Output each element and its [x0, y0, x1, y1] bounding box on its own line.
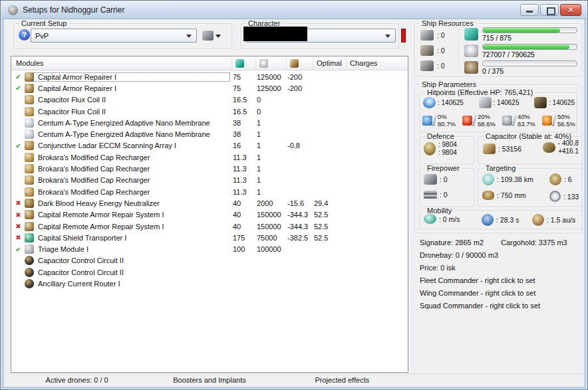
modules-column-header[interactable]: Modules [11, 56, 232, 70]
module-row[interactable]: Capital Remote Armor Repair System I 40 … [11, 209, 408, 221]
hitpoint-value: : 140625 [438, 99, 464, 106]
module-powergrid-value: 1 [253, 130, 284, 138]
minimize-button[interactable] [520, 4, 539, 16]
module-row[interactable]: Capital Shield Transporter I 175 75000 -… [11, 232, 408, 243]
module-powergrid-value: 150000 [253, 223, 284, 231]
module-powergrid-value: 125000 [253, 73, 284, 81]
module-row[interactable]: Capacitor Control Circuit II [11, 266, 408, 278]
current-setup-label: Current Setup [19, 19, 69, 27]
cargohold-info: Cargohold: 3375 m3 [501, 239, 567, 246]
modules-list[interactable]: Modules Optimal Charges Capital Armor Re… [11, 56, 408, 373]
hardpoint-counters: : 0 : 0 : 0 [420, 27, 445, 73]
capacitor-drain: - 400.8 [558, 140, 579, 147]
module-row[interactable]: Dark Blood Heavy Energy Neutralizer 40 2… [11, 197, 408, 209]
module-type-icon [25, 141, 34, 150]
module-row[interactable]: Conjunctive Ladar ECCM Scanning Array I … [11, 140, 408, 151]
hardpoint-row: : 0 [420, 58, 445, 73]
defence-icon [424, 142, 436, 155]
module-powergrid-value: 2000 [253, 199, 284, 207]
resist-icon [542, 116, 552, 126]
module-powergrid-value: 75000 [253, 234, 284, 242]
commander-slot[interactable]: Squad Commander - right click to set [420, 302, 540, 314]
hardpoint-count: : 0 [437, 62, 445, 70]
powergrid-column-header[interactable] [256, 56, 287, 70]
titlebar[interactable]: Setups for Nidhoggur Carrier [1, 1, 587, 19]
module-type-icon [25, 244, 34, 254]
module-row[interactable]: Capacitor Control Circuit II [11, 255, 408, 266]
resource-bar-track [482, 44, 577, 50]
module-cpu-value: 11.3 [229, 153, 253, 161]
ship-parameters-title: Ship Parameters [420, 80, 478, 88]
setup-tools-button[interactable] [202, 29, 227, 43]
price-info: Price: 0 isk [420, 264, 456, 272]
modules-list-header[interactable]: Modules Optimal Charges [11, 56, 408, 70]
max-targets-icon [549, 173, 561, 185]
hitpoint-item: : 140625 [479, 97, 519, 108]
signature-info: Signature: 2865 m2 [420, 239, 484, 246]
module-row[interactable]: Capital Armor Repairer I 75 125000 -200 [11, 71, 408, 82]
module-type-icon [25, 268, 34, 277]
module-type-icon [25, 153, 34, 162]
bottom-panel-tab[interactable]: Boosters and Implants [143, 374, 275, 387]
module-row[interactable]: Brokara's Modified Cap Recharger 11.3 1 [11, 163, 408, 174]
module-row[interactable]: Capital Armor Repairer I 75 125000 -200 [11, 82, 408, 94]
defence-value-1: : 9804 [438, 141, 457, 149]
bottom-panel-tab[interactable]: Projected effects [276, 374, 408, 387]
module-cpu-value: 16 [229, 142, 253, 149]
modules-column-label: Modules [16, 59, 44, 67]
module-name: Brokara's Modified Cap Recharger [34, 165, 229, 173]
module-name: Capital Armor Repairer I [34, 84, 229, 92]
capacitor-group: Capacitor (Stable at: 40%) : 53156 - 400… [478, 136, 582, 164]
module-row[interactable]: Triage Module I 100 100000 [11, 243, 408, 254]
commander-slot[interactable]: Fleet Commander - right click to set [420, 276, 540, 289]
resource-bar-value: 715 / 875 [482, 34, 577, 42]
module-row[interactable]: Capacitor Flux Coil II 16.5 0 [11, 106, 408, 117]
module-row[interactable]: Capital Remote Armor Repair System I 40 … [11, 221, 408, 232]
module-name: Capacitor Flux Coil II [34, 96, 229, 104]
ship-resources-title: Ship Resources [420, 19, 476, 27]
hardpoint-icon [420, 60, 434, 71]
module-row[interactable]: Ancillary Current Router I [11, 278, 408, 289]
module-name: Capital Armor Repairer I [34, 73, 229, 81]
module-powergrid-value: 1 [253, 119, 284, 127]
resist-divider [432, 115, 437, 126]
help-icon[interactable] [19, 29, 30, 41]
bottom-panels-bar: Active drones: 0 / 0 Boosters and Implan… [4, 373, 584, 387]
resist-icon [422, 116, 432, 126]
module-row[interactable]: Brokara's Modified Cap Recharger 11.3 1 [11, 175, 408, 186]
module-row[interactable]: Brokara's Modified Cap Recharger 11.3 1 [11, 151, 408, 163]
resource-bar-fill [483, 45, 569, 49]
module-row[interactable]: Capacitor Flux Coil II 16.5 0 [11, 94, 408, 106]
maximize-button[interactable] [540, 4, 559, 16]
setup-select[interactable]: PvP [31, 29, 197, 43]
turret-dps-icon [424, 174, 437, 185]
module-type-icon [25, 84, 34, 93]
module-powergrid-value: 100000 [253, 245, 284, 253]
module-name: Capital Shield Transporter I [34, 234, 229, 242]
capacitor-icon [290, 59, 299, 68]
module-status-icon [13, 141, 23, 151]
module-name: Centum A-Type Energized Adaptive Nano Me… [34, 119, 229, 127]
close-button[interactable] [560, 4, 581, 16]
commander-slot[interactable]: Wing Commander - right click to set [420, 289, 540, 302]
capacitor-column-header[interactable] [287, 56, 313, 70]
module-row[interactable]: Brokara's Modified Cap Recharger 11.3 1 [11, 186, 408, 197]
module-row[interactable]: Centum A-Type Energized Adaptive Nano Me… [11, 128, 408, 140]
resource-bars: 715 / 875 727007 / 790625 [464, 27, 577, 77]
resist-icon [462, 116, 472, 126]
hitpoint-icon [479, 97, 492, 108]
module-row[interactable]: Centum A-Type Energized Adaptive Nano Me… [11, 117, 408, 128]
charges-column-header[interactable]: Charges [347, 56, 408, 70]
setups-window: Setups for Nidhoggur Carrier Current Set… [0, 0, 588, 390]
cpu-column-header[interactable] [232, 56, 256, 70]
defence-title: Defence [425, 132, 456, 140]
capacitor-balance-icon [543, 142, 555, 153]
module-name: Centum A-Type Energized Adaptive Nano Me… [34, 130, 229, 138]
module-status-icon [13, 221, 23, 231]
resources-divider [459, 29, 460, 72]
optimal-column-header[interactable]: Optimal [313, 56, 347, 70]
capacitor-recharge: +416.1 [558, 147, 579, 155]
bottom-panel-tab[interactable]: Active drones: 0 / 0 [11, 374, 143, 387]
module-powergrid-value: 1 [253, 176, 284, 184]
module-name: Brokara's Modified Cap Recharger [34, 188, 229, 196]
